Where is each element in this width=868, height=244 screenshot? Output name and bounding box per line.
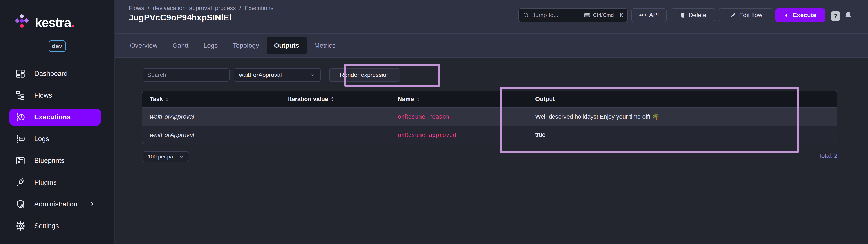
breadcrumb: Flows / dev.vacation_approval_process / … [129,5,274,12]
tab-outputs[interactable]: Outputs [267,37,307,54]
edit-flow-button[interactable]: Edit flow [719,8,773,22]
column-label: Iteration value [288,96,328,103]
api-icon: API [639,13,646,18]
execution-tabs: Overview Gantt Logs Topology Outputs Met… [115,33,868,58]
logo-dot: . [71,15,74,30]
api-button[interactable]: API API [631,8,666,22]
sidebar-item-label: Plugins [34,179,57,186]
render-expression-button[interactable]: Render expression [329,68,400,82]
breadcrumb-separator: / [148,5,150,12]
table-row: waitForApproval onResume.approved true [142,125,837,144]
table-header: Task Iteration value Name Output [142,91,837,107]
sort-icon [331,97,334,101]
sidebar-item-flows[interactable]: Flows [9,87,101,104]
shortcut-hint: Ctrl/Cmd + K [583,12,623,18]
delete-button[interactable]: Delete [671,8,715,22]
kestra-logo[interactable]: kestra. [13,13,74,32]
outputs-panel [115,58,868,244]
chevron-down-icon [310,72,315,78]
outputs-search[interactable] [143,68,229,82]
trash-icon [680,12,686,18]
cell-output: true [524,126,837,144]
task-filter-value: waitForApproval [239,72,282,79]
main-area: Flows / dev.vacation_approval_process / … [115,0,868,244]
execute-button[interactable]: Execute [775,8,825,22]
sort-icon [417,97,420,101]
sidebar-item-label: Logs [34,135,49,143]
sidebar-item-label: Flows [34,91,52,99]
delete-button-label: Delete [689,12,707,19]
cell-task: waitForApproval [142,126,236,144]
sidebar-item-plugins[interactable]: Plugins [9,174,101,191]
column-label: Name [398,96,414,103]
search-icon [523,12,529,19]
sidebar-item-executions[interactable]: Executions [9,109,101,126]
sidebar-item-label: Blueprints [34,157,65,165]
column-header-iteration-value[interactable]: Iteration value [236,91,386,107]
shortcut-label: Ctrl/Cmd + K [593,12,623,18]
column-label: Task [150,96,163,103]
sidebar: kestra. dev Dashboard Flows Executions [0,0,115,244]
help-button[interactable]: ? [831,11,840,21]
sort-icon [165,97,168,101]
environment-badge: dev [49,40,66,52]
tab-topology[interactable]: Topology [225,37,267,54]
table-row: waitForApproval onResume.reason Well-des… [142,107,837,125]
execute-button-label: Execute [793,12,816,19]
logs-icon [16,134,26,144]
tab-metrics[interactable]: Metrics [307,37,343,54]
cell-output: Well-deserved holidays! Enjoy your time … [524,108,837,125]
executions-icon [16,112,26,122]
tab-overview[interactable]: Overview [123,37,165,54]
dashboard-icon [16,69,26,79]
api-button-label: API [649,12,659,19]
page-title: JugPVcC9oP94hxpSINlEl [129,13,231,23]
sidebar-item-dashboard[interactable]: Dashboard [9,65,101,82]
search-input[interactable] [147,72,225,79]
breadcrumb-flow-id[interactable]: dev.vacation_approval_process [153,5,236,12]
cell-name: onResume.reason [386,108,524,125]
cell-iteration-value [236,126,386,144]
chevron-right-icon [89,201,95,208]
breadcrumb-executions[interactable]: Executions [244,5,274,12]
cell-task: waitForApproval [142,108,236,125]
jump-to-placeholder: Jump to... [532,12,559,19]
administration-icon [16,199,26,209]
pencil-icon [730,12,736,18]
task-filter-select[interactable]: waitForApproval [234,68,321,82]
edit-flow-button-label: Edit flow [739,12,762,19]
sidebar-item-blueprints[interactable]: Blueprints [9,152,101,169]
breadcrumb-separator: / [239,5,241,12]
breadcrumb-flows[interactable]: Flows [129,5,144,12]
plugins-icon [16,177,26,187]
settings-icon [16,221,26,231]
tab-logs[interactable]: Logs [196,37,225,54]
blueprints-icon [16,156,26,166]
column-label: Output [535,96,555,103]
lightning-icon [784,12,789,19]
sidebar-item-settings[interactable]: Settings [9,217,101,235]
page-header: Flows / dev.vacation_approval_process / … [115,0,868,33]
sidebar-item-administration[interactable]: Administration [9,196,101,213]
notifications-bell-icon[interactable] [843,10,853,21]
kestra-logo-icon [13,13,31,32]
logo-wordmark: kestra. [35,15,74,30]
outputs-table: Task Iteration value Name Output waitFor… [142,91,837,144]
sidebar-nav: Dashboard Flows Executions Logs [0,65,114,239]
jump-to-search[interactable]: Jump to... Ctrl/Cmd + K [518,8,628,22]
tab-gantt[interactable]: Gantt [165,37,196,54]
column-header-output: Output [524,91,837,107]
total-count: Total: 2 [142,153,837,159]
sidebar-item-label: Dashboard [34,70,68,78]
sidebar-item-label: Executions [34,113,70,121]
cell-name: onResume.approved [386,126,524,144]
sidebar-item-label: Settings [34,222,59,230]
kestra-app: kestra. dev Dashboard Flows Executions [0,0,868,244]
sidebar-item-logs[interactable]: Logs [9,130,101,148]
cell-iteration-value [236,108,386,125]
sidebar-item-label: Administration [34,200,77,208]
column-header-task[interactable]: Task [142,91,236,107]
column-header-name[interactable]: Name [386,91,524,107]
keyboard-icon [583,12,591,18]
flows-icon [16,90,26,100]
